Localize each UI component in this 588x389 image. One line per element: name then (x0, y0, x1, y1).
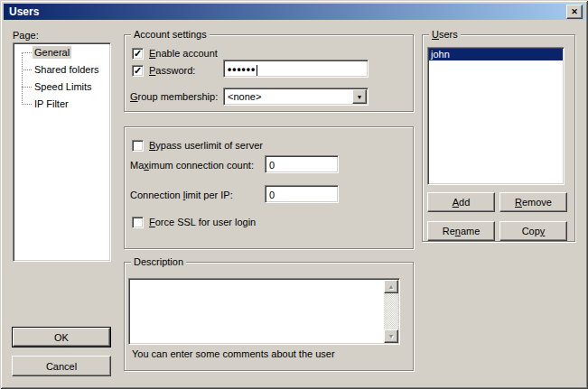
check-icon: ✓ (134, 66, 142, 76)
rename-button[interactable]: Rename (427, 221, 495, 241)
ok-button-label: OK (54, 332, 69, 343)
max-connections-input[interactable]: 0 (265, 155, 339, 173)
remove-button-label: Remove (515, 197, 552, 208)
password-checkbox[interactable]: ✓ (132, 65, 144, 77)
add-button-label: Add (453, 197, 471, 208)
force-ssl-label: Force SSL for user login (149, 217, 256, 228)
ip-limit-label: Connection limit per IP: (130, 190, 233, 201)
close-button[interactable]: ✕ (566, 5, 583, 19)
copy-button[interactable]: Copy (499, 221, 567, 241)
enable-account-checkbox[interactable]: ✓ (132, 48, 144, 60)
user-list-item[interactable]: john (429, 49, 563, 60)
tree-item-label: IP Filter (33, 97, 70, 110)
tree-item-general[interactable]: General (14, 46, 110, 60)
copy-button-label: Copy (522, 226, 546, 236)
description-scrollbar[interactable]: ▲ ▼ (384, 280, 398, 343)
page-tree[interactable]: General Shared folders Speed Limits IP F… (13, 42, 111, 262)
text-cursor (257, 65, 257, 76)
tree-item-ip-filter[interactable]: IP Filter (14, 97, 110, 112)
remove-button[interactable]: Remove (499, 192, 567, 212)
window-title: Users (9, 4, 39, 20)
password-value: •••••• (228, 63, 256, 76)
group-membership-select[interactable]: <none> ▼ (223, 88, 369, 106)
cancel-button-label: Cancel (46, 361, 77, 372)
tree-branch-icon (22, 69, 32, 70)
tree-branch-icon (22, 52, 32, 53)
bypass-userlimit-checkbox[interactable] (132, 140, 144, 152)
cancel-button[interactable]: Cancel (12, 356, 111, 376)
description-title: Description (131, 256, 186, 268)
description-input[interactable]: ▲ ▼ (128, 278, 400, 345)
max-connections-label: Maximum connection count: (130, 160, 254, 171)
group-membership-label: Group membership: (130, 91, 218, 103)
bypass-userlimit-label: Bypass userlimit of server (149, 140, 263, 152)
tree-item-speed-limits[interactable]: Speed Limits (14, 80, 110, 95)
page-label: Page: (13, 30, 39, 42)
password-input[interactable]: •••••• (223, 60, 369, 78)
max-connections-value: 0 (269, 160, 275, 171)
group-membership-value: <none> (228, 90, 261, 103)
scroll-down-icon: ▼ (388, 333, 395, 339)
force-ssl-checkbox[interactable] (132, 217, 144, 228)
tree-item-label: General (33, 46, 71, 59)
ip-limit-input[interactable]: 0 (265, 185, 339, 203)
ok-button[interactable]: OK (13, 328, 110, 347)
add-button[interactable]: Add (427, 192, 495, 212)
dropdown-button[interactable]: ▼ (352, 89, 367, 104)
description-hint: You can enter some comments about the us… (132, 348, 335, 360)
title-bar[interactable]: Users ✕ (4, 4, 584, 20)
ip-limit-value: 0 (269, 190, 275, 200)
users-group-title: Users (429, 29, 461, 41)
tree-item-label: Shared folders (33, 63, 101, 76)
password-label: Password: (149, 65, 195, 77)
scroll-up-icon: ▲ (388, 283, 395, 290)
tree-item-shared-folders[interactable]: Shared folders (14, 63, 110, 78)
tree-branch-icon (22, 87, 32, 88)
tree-branch-icon (22, 104, 32, 105)
scroll-down-button[interactable]: ▼ (384, 329, 398, 343)
check-icon: ✓ (134, 49, 142, 59)
tree-item-label: Speed Limits (33, 80, 94, 93)
scroll-up-button[interactable]: ▲ (384, 280, 398, 293)
users-list[interactable]: john (427, 47, 565, 185)
chevron-down-icon: ▼ (357, 94, 363, 100)
close-icon: ✕ (571, 7, 578, 16)
description-value (131, 281, 383, 342)
users-dialog: Users ✕ Page: General Shared folders Spe… (0, 0, 588, 389)
account-settings-title: Account settings (131, 29, 210, 41)
enable-account-label: Enable account (149, 48, 218, 60)
rename-button-label: Rename (443, 226, 481, 236)
